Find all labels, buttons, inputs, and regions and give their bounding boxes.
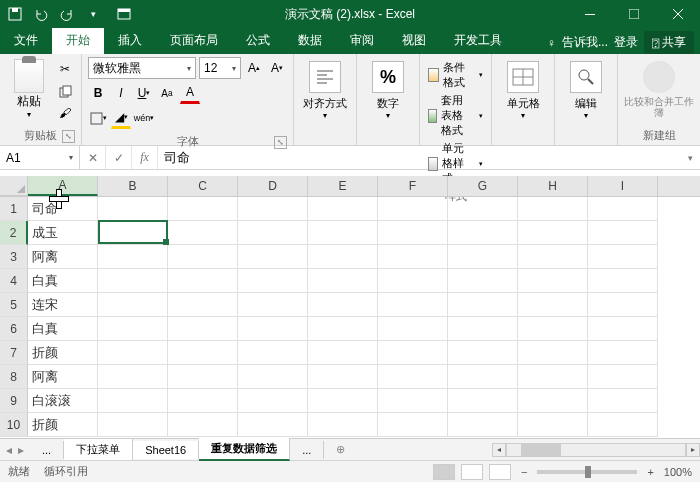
cell[interactable] xyxy=(238,245,308,269)
alignment-button[interactable]: 对齐方式 ▾ xyxy=(300,57,350,120)
cell[interactable] xyxy=(308,269,378,293)
cell[interactable] xyxy=(588,245,658,269)
cell[interactable]: 阿离 xyxy=(28,245,98,269)
cell[interactable] xyxy=(98,389,168,413)
compare-merge-button[interactable]: 比较和合并工作簿 xyxy=(624,57,694,118)
cell[interactable] xyxy=(168,245,238,269)
row-header[interactable]: 9 xyxy=(0,389,28,413)
horizontal-scrollbar[interactable] xyxy=(506,443,686,457)
number-format-button[interactable]: % 数字 ▾ xyxy=(363,57,413,120)
bold-button[interactable]: B xyxy=(88,82,108,104)
sheet-nav-next[interactable]: ▸ xyxy=(18,443,24,457)
cell[interactable] xyxy=(378,413,448,437)
sign-in[interactable]: 登录 xyxy=(614,34,638,51)
new-sheet-button[interactable]: ⊕ xyxy=(324,440,357,459)
view-page-layout-button[interactable] xyxy=(461,464,483,480)
cell[interactable] xyxy=(98,413,168,437)
cells-button[interactable]: 单元格 ▾ xyxy=(498,57,548,120)
editing-button[interactable]: 编辑 ▾ xyxy=(561,57,611,120)
tab-file[interactable]: 文件 xyxy=(0,27,52,54)
row-header[interactable]: 4 xyxy=(0,269,28,293)
cell[interactable] xyxy=(308,413,378,437)
cell[interactable] xyxy=(308,221,378,245)
maximize-button[interactable] xyxy=(612,0,656,28)
cell[interactable] xyxy=(448,341,518,365)
close-button[interactable] xyxy=(656,0,700,28)
phonetic-button[interactable]: Aa xyxy=(157,82,177,104)
cell[interactable] xyxy=(448,221,518,245)
cell[interactable] xyxy=(168,317,238,341)
column-header[interactable]: F xyxy=(378,176,448,196)
tell-me[interactable]: 告诉我... xyxy=(562,34,608,51)
select-all-corner[interactable] xyxy=(0,176,28,196)
cell[interactable] xyxy=(98,197,168,221)
dialog-launcher-icon[interactable]: ⤡ xyxy=(274,136,287,149)
tab-home[interactable]: 开始 xyxy=(52,27,104,54)
cell[interactable]: 白真 xyxy=(28,269,98,293)
redo-icon[interactable] xyxy=(56,3,78,25)
cell[interactable] xyxy=(588,341,658,365)
conditional-formatting-button[interactable]: 条件格式▾ xyxy=(426,59,485,91)
cell[interactable] xyxy=(518,317,588,341)
cell[interactable] xyxy=(378,389,448,413)
cell[interactable] xyxy=(378,317,448,341)
cell[interactable] xyxy=(448,413,518,437)
view-normal-button[interactable] xyxy=(433,464,455,480)
border-button[interactable]: ▾ xyxy=(88,107,108,129)
cell[interactable] xyxy=(98,341,168,365)
cell[interactable] xyxy=(308,317,378,341)
font-name-combo[interactable]: 微软雅黑▾ xyxy=(88,57,196,79)
cell[interactable] xyxy=(588,317,658,341)
cell[interactable] xyxy=(308,197,378,221)
cell[interactable] xyxy=(378,293,448,317)
cell[interactable] xyxy=(378,341,448,365)
column-header[interactable]: D xyxy=(238,176,308,196)
increase-font-button[interactable]: A▴ xyxy=(244,57,264,79)
undo-icon[interactable] xyxy=(30,3,52,25)
cell[interactable] xyxy=(448,245,518,269)
cell[interactable] xyxy=(308,341,378,365)
cell[interactable] xyxy=(308,245,378,269)
sheet-tab-3[interactable]: 重复数据筛选 xyxy=(199,438,290,461)
tab-view[interactable]: 视图 xyxy=(388,27,440,54)
cell[interactable]: 折颜 xyxy=(28,413,98,437)
cell[interactable] xyxy=(588,413,658,437)
copy-button[interactable] xyxy=(55,81,75,101)
cell[interactable] xyxy=(588,221,658,245)
column-header[interactable]: G xyxy=(448,176,518,196)
cell[interactable] xyxy=(98,293,168,317)
row-header[interactable]: 10 xyxy=(0,413,28,437)
sheet-nav-prev[interactable]: ◂ xyxy=(6,443,12,457)
cell[interactable] xyxy=(518,245,588,269)
row-header[interactable]: 6 xyxy=(0,317,28,341)
underline-button[interactable]: U▾ xyxy=(134,82,154,104)
cell[interactable] xyxy=(518,221,588,245)
row-header[interactable]: 2 xyxy=(0,221,28,245)
cell[interactable] xyxy=(168,293,238,317)
font-color-button[interactable]: A xyxy=(180,82,200,104)
cell[interactable] xyxy=(518,389,588,413)
row-header[interactable]: 8 xyxy=(0,365,28,389)
view-page-break-button[interactable] xyxy=(489,464,511,480)
cell[interactable] xyxy=(168,413,238,437)
paste-button[interactable]: 粘贴 ▾ xyxy=(6,57,51,119)
tab-insert[interactable]: 插入 xyxy=(104,27,156,54)
ribbon-display-options-icon[interactable] xyxy=(104,0,144,28)
tab-formulas[interactable]: 公式 xyxy=(232,27,284,54)
cell[interactable]: 折颜 xyxy=(28,341,98,365)
cell[interactable] xyxy=(98,221,168,245)
cell[interactable] xyxy=(378,197,448,221)
cell[interactable] xyxy=(238,269,308,293)
cell[interactable]: 连宋 xyxy=(28,293,98,317)
hscroll-right-button[interactable]: ▸ xyxy=(686,443,700,457)
dialog-launcher-icon[interactable]: ⤡ xyxy=(62,130,75,143)
column-header[interactable]: H xyxy=(518,176,588,196)
cell[interactable] xyxy=(518,365,588,389)
cell[interactable] xyxy=(588,197,658,221)
cell[interactable] xyxy=(378,221,448,245)
cell[interactable] xyxy=(448,365,518,389)
row-header[interactable]: 7 xyxy=(0,341,28,365)
cell[interactable] xyxy=(238,221,308,245)
column-header[interactable]: I xyxy=(588,176,658,196)
cell[interactable] xyxy=(518,413,588,437)
